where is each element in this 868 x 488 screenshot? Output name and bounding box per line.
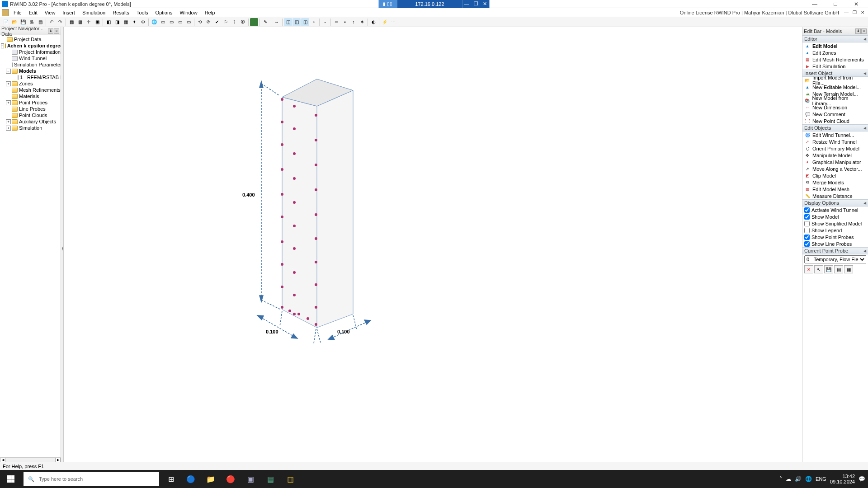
refresh-icon[interactable]: ⟲: [196, 18, 204, 26]
tool5-icon[interactable]: ✶: [358, 18, 366, 26]
eb-pin-icon[interactable]: ⬍: [855, 28, 861, 34]
probe-save-button[interactable]: 💾: [824, 265, 833, 273]
flag-icon[interactable]: ⚐: [222, 18, 230, 26]
disp-lineprobes[interactable]: Show Line Probes: [802, 240, 868, 247]
probe-pick-button[interactable]: ↖: [814, 265, 823, 273]
editor-edit-sim[interactable]: ▶Edit Simulation: [802, 63, 868, 70]
app-menu-icon[interactable]: [2, 9, 9, 16]
tool3-icon[interactable]: ▪: [341, 18, 349, 26]
color-icon[interactable]: [250, 18, 258, 26]
hl3-icon[interactable]: ◫: [301, 18, 309, 26]
tool4-icon[interactable]: ↕: [349, 18, 358, 26]
menu-window[interactable]: Window: [176, 8, 201, 17]
open-icon[interactable]: 📂: [10, 18, 19, 26]
tray-clock[interactable]: 13:42 09.10.2024: [830, 474, 855, 484]
tray-chevron-icon[interactable]: ˄: [779, 476, 782, 482]
probe-select[interactable]: 0 - Temporary, Flow Field: [804, 255, 866, 263]
play-icon[interactable]: ⟳: [204, 18, 212, 26]
eo-windtunnel[interactable]: 🌀Edit Wind Tunnel...: [802, 131, 868, 138]
box1-icon[interactable]: ◧: [104, 18, 113, 26]
app3-icon[interactable]: ▥: [280, 470, 300, 488]
nav-close-icon[interactable]: ×: [54, 28, 59, 34]
box3-icon[interactable]: ▦: [122, 18, 130, 26]
eo-resize[interactable]: ⤢Resize Wind Tunnel: [802, 138, 868, 145]
tool2-icon[interactable]: ━: [332, 18, 340, 26]
extra-icon[interactable]: ▫: [310, 18, 318, 26]
menu-results[interactable]: Results: [109, 8, 133, 17]
disp-pointprobes[interactable]: Show Point Probes: [802, 234, 868, 240]
editor-edit-zones[interactable]: ▲Edit Zones: [802, 49, 868, 56]
menu-simulation[interactable]: Simulation: [79, 8, 109, 17]
task-view-icon[interactable]: ⊞: [161, 470, 181, 488]
tray-notifications-icon[interactable]: 💬: [859, 476, 865, 482]
tool8-icon[interactable]: ⋯: [389, 18, 397, 26]
print-icon[interactable]: 🖶: [28, 18, 36, 26]
edge-icon[interactable]: 🔵: [181, 470, 201, 488]
pen-icon[interactable]: ✎: [261, 18, 269, 26]
tool6-icon[interactable]: ◐: [369, 18, 377, 26]
export2-icon[interactable]: ⇪: [230, 18, 238, 26]
insert-library[interactable]: 📚New Model from Library...: [802, 97, 868, 104]
grid-icon[interactable]: ▦: [67, 18, 75, 26]
insert-dimension[interactable]: ↔New Dimension: [802, 104, 868, 111]
tray-volume-icon[interactable]: 🔊: [795, 476, 802, 482]
redo-icon[interactable]: ↷: [56, 18, 64, 26]
disp-model[interactable]: Show Model: [802, 213, 868, 220]
star-icon[interactable]: ✦: [130, 18, 138, 26]
eo-graphical[interactable]: ✦Graphical Manipulator: [802, 159, 868, 165]
eo-measure[interactable]: 📏Measure Distance: [802, 192, 868, 199]
win3-icon[interactable]: ▭: [176, 18, 184, 26]
window-minimize-button[interactable]: —: [805, 0, 825, 8]
camera-icon[interactable]: ⦿: [239, 18, 247, 26]
axis-icon[interactable]: ✛: [85, 18, 93, 26]
mdi-restore-button[interactable]: ❐: [851, 9, 858, 16]
eo-mesh[interactable]: ▦Edit Model Mesh: [802, 186, 868, 192]
window-maximize-button[interactable]: □: [826, 0, 845, 8]
probe-grid-button[interactable]: ▦: [844, 265, 853, 273]
mdi-min-button[interactable]: —: [843, 9, 850, 16]
start-button[interactable]: [0, 470, 22, 488]
disp-windtunnel[interactable]: Activate Wind Tunnel: [802, 206, 868, 213]
menu-file[interactable]: File: [10, 8, 25, 17]
dim-icon[interactable]: ↔: [273, 18, 281, 26]
globe-icon[interactable]: 🌐: [150, 18, 158, 26]
hl2-icon[interactable]: ◫: [292, 18, 301, 26]
hl1-icon[interactable]: ◫: [284, 18, 292, 26]
eo-clip[interactable]: ◩Clip Model: [802, 172, 868, 179]
menu-edit[interactable]: Edit: [25, 8, 41, 17]
tv-close-icon[interactable]: ✕: [481, 0, 490, 8]
project-tree[interactable]: Project Data −Achen k epsilon degree Pro…: [0, 35, 61, 457]
tree-hscroll[interactable]: ◀▶: [0, 457, 61, 462]
undo-icon[interactable]: ↶: [47, 18, 56, 26]
menu-help[interactable]: Help: [201, 8, 219, 17]
tv-min-icon[interactable]: —: [462, 0, 472, 8]
insert-new-editable[interactable]: ▲New Editable Model...: [802, 84, 868, 90]
tv-max-icon[interactable]: ❐: [472, 0, 481, 8]
disp-simplified[interactable]: Show Simplified Model: [802, 220, 868, 227]
tray-cloud-icon[interactable]: ☁: [786, 476, 791, 482]
win2-icon[interactable]: ▭: [167, 18, 175, 26]
win1-icon[interactable]: ▭: [159, 18, 167, 26]
chrome-icon[interactable]: 🔴: [221, 470, 241, 488]
insert-import[interactable]: 📂Import Model from File...: [802, 77, 868, 84]
check-icon[interactable]: ✔: [213, 18, 221, 26]
tool1-icon[interactable]: ⬩: [321, 18, 329, 26]
eb-close-icon[interactable]: ×: [861, 28, 867, 34]
probe-delete-button[interactable]: ✕: [804, 265, 813, 273]
insert-comment[interactable]: 💬New Comment: [802, 111, 868, 117]
win4-icon[interactable]: ▭: [184, 18, 193, 26]
disp-legend[interactable]: Show Legend: [802, 227, 868, 234]
tray-network-icon[interactable]: 🌐: [805, 476, 812, 482]
probe-list-button[interactable]: ▤: [834, 265, 843, 273]
window-close-button[interactable]: ✕: [846, 0, 866, 8]
menu-options[interactable]: Options: [152, 8, 176, 17]
export-icon[interactable]: ▤: [36, 18, 44, 26]
new-icon[interactable]: 📄: [2, 18, 10, 26]
eo-manipulate[interactable]: ✥Manipulate Model: [802, 152, 868, 159]
explorer-icon[interactable]: 📁: [201, 470, 221, 488]
viewport-3d[interactable]: 0.400 0.100 0.100 ▲Models ▲Zo: [64, 27, 802, 470]
menu-tools[interactable]: Tools: [133, 8, 152, 17]
taskbar-search[interactable]: 🔍 Type here to search: [24, 472, 159, 486]
editor-edit-mesh[interactable]: ▦Edit Mesh Refinements: [802, 56, 868, 63]
app1-icon[interactable]: ▣: [241, 470, 260, 488]
